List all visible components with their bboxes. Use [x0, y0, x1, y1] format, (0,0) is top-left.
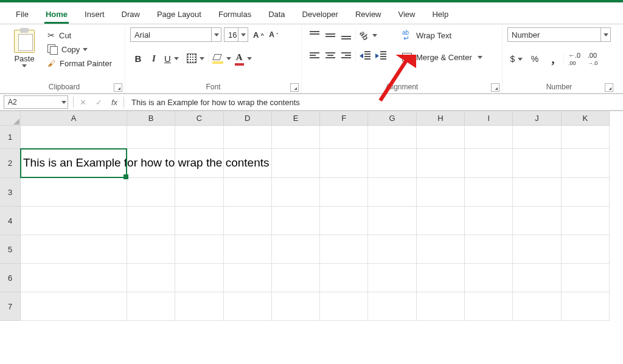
- cell-H2[interactable]: [417, 149, 465, 178]
- name-box[interactable]: A2: [4, 95, 68, 109]
- col-header-I[interactable]: I: [465, 111, 513, 126]
- cell-A7[interactable]: [21, 292, 127, 321]
- tab-home[interactable]: Home: [38, 6, 75, 24]
- cell-I7[interactable]: [465, 292, 513, 321]
- cell-K3[interactable]: [562, 178, 610, 207]
- align-top-button[interactable]: [307, 27, 322, 43]
- row-header-5[interactable]: 5: [0, 235, 21, 264]
- col-header-G[interactable]: G: [368, 111, 416, 126]
- row-header-1[interactable]: 1: [0, 126, 21, 149]
- enter-formula-button[interactable]: ✓: [91, 94, 106, 110]
- cell-D6[interactable]: [224, 264, 272, 292]
- cell-G2[interactable]: [368, 149, 416, 178]
- cell-C3[interactable]: [175, 178, 223, 207]
- cell-H1[interactable]: [417, 126, 465, 149]
- cell-J6[interactable]: [513, 264, 561, 292]
- row-header-2[interactable]: 2: [0, 149, 21, 178]
- cell-K7[interactable]: [562, 292, 610, 321]
- row-header-3[interactable]: 3: [0, 178, 21, 207]
- cell-F1[interactable]: [320, 126, 368, 149]
- percent-format-button[interactable]: %: [526, 50, 544, 67]
- orientation-button[interactable]: ab: [357, 27, 380, 43]
- increase-font-size-button[interactable]: A^: [251, 27, 266, 42]
- font-launcher[interactable]: [290, 83, 299, 92]
- cell-D4[interactable]: [224, 207, 272, 235]
- cell-G4[interactable]: [368, 207, 416, 235]
- cell-I6[interactable]: [465, 264, 513, 292]
- cell-H6[interactable]: [417, 264, 465, 292]
- grid-body[interactable]: This is an Example for how to wrap the c…: [21, 126, 623, 364]
- cell-F4[interactable]: [320, 207, 368, 235]
- align-left-button[interactable]: [307, 48, 322, 64]
- cell-I3[interactable]: [465, 178, 513, 207]
- cell-B6[interactable]: [127, 264, 175, 292]
- cell-G5[interactable]: [368, 235, 416, 264]
- cell-G1[interactable]: [368, 126, 416, 149]
- tab-help[interactable]: Help: [425, 6, 456, 24]
- cell-D1[interactable]: [224, 126, 272, 149]
- tab-review[interactable]: Review: [348, 6, 389, 24]
- col-header-K[interactable]: K: [562, 111, 610, 126]
- cell-J5[interactable]: [513, 235, 561, 264]
- underline-button[interactable]: U: [162, 50, 181, 66]
- col-header-D[interactable]: D: [224, 111, 272, 126]
- tab-developer[interactable]: Developer: [295, 6, 346, 24]
- col-header-B[interactable]: B: [127, 111, 175, 126]
- font-size-combo[interactable]: 16: [224, 27, 248, 42]
- borders-button[interactable]: [184, 50, 207, 66]
- cell-F3[interactable]: [320, 178, 368, 207]
- merge-center-button[interactable]: Merge & Center: [397, 49, 487, 65]
- cell-K6[interactable]: [562, 264, 610, 292]
- cell-B2[interactable]: [127, 149, 175, 178]
- col-header-A[interactable]: A: [21, 111, 127, 126]
- accounting-format-button[interactable]: $: [507, 50, 526, 67]
- tab-page-layout[interactable]: Page Layout: [150, 6, 209, 24]
- col-header-F[interactable]: F: [320, 111, 368, 126]
- tab-view[interactable]: View: [391, 6, 423, 24]
- bold-button[interactable]: B: [130, 50, 146, 66]
- cell-D7[interactable]: [224, 292, 272, 321]
- insert-function-button[interactable]: fx: [106, 94, 122, 110]
- cell-B3[interactable]: [127, 178, 175, 207]
- tab-data[interactable]: Data: [261, 6, 292, 24]
- cell-H5[interactable]: [417, 235, 465, 264]
- col-header-H[interactable]: H: [417, 111, 465, 126]
- cell-I1[interactable]: [465, 126, 513, 149]
- col-header-J[interactable]: J: [513, 111, 561, 126]
- format-painter-button[interactable]: Format Painter: [44, 57, 116, 70]
- cell-A3[interactable]: [21, 178, 127, 207]
- fill-color-button[interactable]: [210, 50, 234, 66]
- decrease-font-size-button[interactable]: Aˇ: [266, 27, 281, 42]
- cell-E7[interactable]: [272, 292, 320, 321]
- cell-J7[interactable]: [513, 292, 561, 321]
- comma-format-button[interactable]: ,: [544, 50, 562, 67]
- copy-button[interactable]: Copy: [44, 43, 116, 56]
- cell-E2[interactable]: [272, 149, 320, 178]
- cell-F5[interactable]: [320, 235, 368, 264]
- row-header-6[interactable]: 6: [0, 264, 21, 292]
- cell-H3[interactable]: [417, 178, 465, 207]
- cell-K2[interactable]: [562, 149, 610, 178]
- paste-button[interactable]: [14, 30, 35, 53]
- cell-E3[interactable]: [272, 178, 320, 207]
- decrease-indent-button[interactable]: [357, 48, 373, 64]
- col-header-E[interactable]: E: [272, 111, 320, 126]
- cell-H4[interactable]: [417, 207, 465, 235]
- cell-J4[interactable]: [513, 207, 561, 235]
- font-color-button[interactable]: A: [234, 50, 254, 66]
- cell-I5[interactable]: [465, 235, 513, 264]
- number-launcher[interactable]: [605, 83, 613, 92]
- align-center-button[interactable]: [322, 48, 338, 64]
- cell-A2[interactable]: [21, 149, 127, 178]
- increase-indent-button[interactable]: [373, 48, 389, 64]
- cell-J3[interactable]: [513, 178, 561, 207]
- cell-K1[interactable]: [562, 126, 610, 149]
- cell-C7[interactable]: [175, 292, 223, 321]
- cell-I4[interactable]: [465, 207, 513, 235]
- cell-K4[interactable]: [562, 207, 610, 235]
- alignment-launcher[interactable]: [491, 83, 499, 92]
- cell-G3[interactable]: [368, 178, 416, 207]
- cell-B4[interactable]: [127, 207, 175, 235]
- cell-C1[interactable]: [175, 126, 223, 149]
- cell-D2[interactable]: [224, 149, 272, 178]
